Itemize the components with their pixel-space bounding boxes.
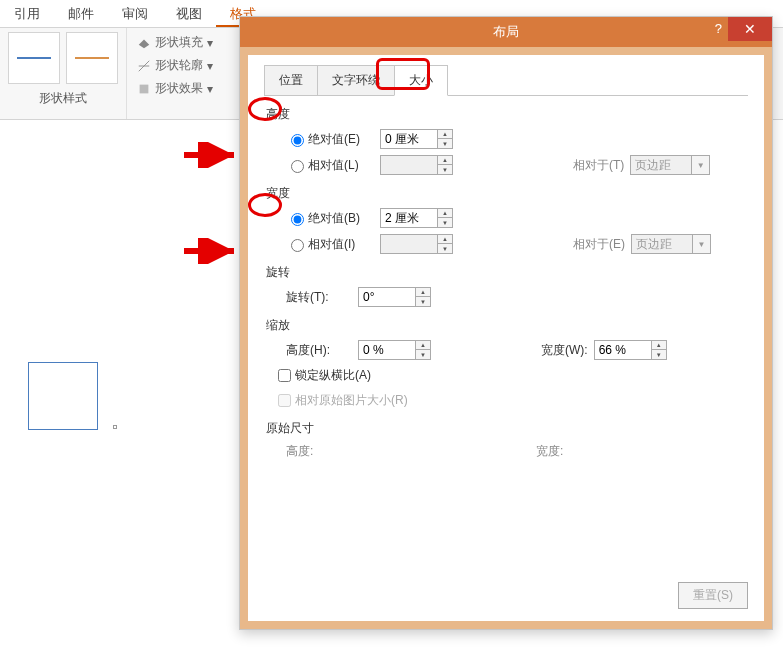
height-relative-input [381,156,437,174]
width-relative-to-label: 相对于(E) [573,236,625,253]
paint-bucket-icon [137,36,151,50]
shape-effects-button[interactable]: 形状效果 ▾ [135,78,215,99]
height-relative-row: 相对值(L) ▲▼ 相对于(T) 页边距 ▼ [286,155,748,175]
shape-options: 形状填充 ▾ 形状轮廓 ▾ 形状效果 ▾ [127,28,223,119]
section-rotation-title: 旋转 [264,264,748,281]
scale-height-input[interactable] [359,341,415,359]
ribbon-tab-review[interactable]: 审阅 [108,0,162,27]
spin-down-icon[interactable]: ▼ [438,218,452,227]
width-absolute-label: 绝对值(B) [308,210,380,227]
width-absolute-spinner[interactable]: ▲▼ [380,208,453,228]
rotation-spinner[interactable]: ▲▼ [358,287,431,307]
dialog-titlebar[interactable]: 布局 ? ✕ [240,17,772,47]
original-width-label: 宽度: [536,443,563,460]
relative-original-checkbox [278,394,291,407]
outline-icon [137,59,151,73]
scale-width-input[interactable] [595,341,651,359]
dialog-close-button[interactable]: ✕ [728,17,772,41]
shape-style-2[interactable] [66,32,118,84]
rotation-input[interactable] [359,288,415,306]
spin-down-icon[interactable]: ▼ [438,139,452,148]
reset-button: 重置(S) [678,582,748,609]
ribbon-group-shape-styles: 形状样式 [0,28,127,119]
ribbon-tab-reference[interactable]: 引用 [0,0,54,27]
spin-down-icon[interactable]: ▼ [416,297,430,306]
svg-rect-0 [140,84,149,93]
section-scale: 缩放 高度(H): ▲▼ 宽度(W): ▲▼ 锁定纵横比(A) [264,317,748,410]
width-relative-to-combo: 页边距 ▼ [631,234,711,254]
shape-outline-label: 形状轮廓 [155,57,203,74]
dropdown-icon: ▾ [207,82,213,96]
lock-aspect-checkbox[interactable] [278,369,291,382]
spin-up-icon: ▲ [438,156,452,165]
height-absolute-radio[interactable] [291,134,304,147]
section-height: 高度 绝对值(E) ▲▼ 相对值(L) ▲▼ [264,106,748,175]
height-absolute-row: 绝对值(E) ▲▼ [286,129,748,149]
layout-dialog: 布局 ? ✕ 位置 文字环绕 大小 高度 绝对值(E) [239,16,773,630]
dialog-tab-size[interactable]: 大小 [394,65,448,96]
ribbon-tab-view[interactable]: 视图 [162,0,216,27]
original-height-label: 高度: [286,443,536,460]
relative-original-row: 相对原始图片大小(R) [274,391,748,410]
height-relative-to-value: 页边距 [631,157,691,174]
height-absolute-input[interactable] [381,130,437,148]
selected-rectangle-shape[interactable] [28,362,98,430]
rotation-label: 旋转(T): [286,289,358,306]
height-relative-to-combo: 页边距 ▼ [630,155,710,175]
dialog-tab-textwrap[interactable]: 文字环绕 [317,65,395,95]
close-icon: ✕ [744,21,756,37]
dialog-body: 位置 文字环绕 大小 高度 绝对值(E) ▲▼ [240,47,772,629]
scale-height-spinner[interactable]: ▲▼ [358,340,431,360]
section-height-title: 高度 [264,106,748,123]
chevron-down-icon: ▼ [691,156,709,174]
section-scale-title: 缩放 [264,317,748,334]
ribbon-tab-mail[interactable]: 邮件 [54,0,108,27]
section-width-title: 宽度 [264,185,748,202]
width-absolute-row: 绝对值(B) ▲▼ [286,208,748,228]
spin-up-icon[interactable]: ▲ [438,209,452,218]
scale-row: 高度(H): ▲▼ 宽度(W): ▲▼ [286,340,748,360]
shape-fill-button[interactable]: 形状填充 ▾ [135,32,215,53]
dropdown-icon: ▾ [207,36,213,50]
spin-up-icon: ▲ [438,235,452,244]
dialog-title: 布局 [493,23,519,41]
spin-up-icon[interactable]: ▲ [652,341,666,350]
relative-original-label: 相对原始图片大小(R) [295,392,408,409]
lock-aspect-label: 锁定纵横比(A) [295,367,371,384]
spin-up-icon[interactable]: ▲ [416,341,430,350]
spin-up-icon[interactable]: ▲ [438,130,452,139]
shape-style-1[interactable] [8,32,60,84]
height-absolute-label: 绝对值(E) [308,131,380,148]
height-absolute-spinner[interactable]: ▲▼ [380,129,453,149]
section-width: 宽度 绝对值(B) ▲▼ 相对值(I) ▲▼ [264,185,748,254]
original-row: 高度: 宽度: [286,443,748,460]
height-relative-to-label: 相对于(T) [573,157,624,174]
width-relative-spinner: ▲▼ [380,234,453,254]
width-relative-radio[interactable] [291,239,304,252]
spin-down-icon: ▼ [438,244,452,253]
width-absolute-radio[interactable] [291,213,304,226]
resize-handle[interactable] [113,425,117,429]
width-relative-input [381,235,437,253]
spin-down-icon[interactable]: ▼ [416,350,430,359]
height-relative-spinner: ▲▼ [380,155,453,175]
scale-width-spinner[interactable]: ▲▼ [594,340,667,360]
dialog-inner: 位置 文字环绕 大小 高度 绝对值(E) ▲▼ [248,55,764,621]
dialog-footer: 重置(S) [678,582,748,609]
width-relative-to-value: 页边距 [632,236,692,253]
dialog-help-button[interactable]: ? [715,21,722,36]
spin-down-icon[interactable]: ▼ [652,350,666,359]
width-relative-label: 相对值(I) [308,236,380,253]
dialog-tab-position[interactable]: 位置 [264,65,318,95]
spin-down-icon: ▼ [438,165,452,174]
section-original-title: 原始尺寸 [264,420,748,437]
shape-outline-button[interactable]: 形状轮廓 ▾ [135,55,215,76]
width-absolute-input[interactable] [381,209,437,227]
spin-up-icon[interactable]: ▲ [416,288,430,297]
dialog-tabs: 位置 文字环绕 大小 [264,65,748,96]
shape-fill-label: 形状填充 [155,34,203,51]
height-relative-radio[interactable] [291,160,304,173]
effects-icon [137,82,151,96]
section-rotation: 旋转 旋转(T): ▲▼ [264,264,748,307]
height-relative-label: 相对值(L) [308,157,380,174]
